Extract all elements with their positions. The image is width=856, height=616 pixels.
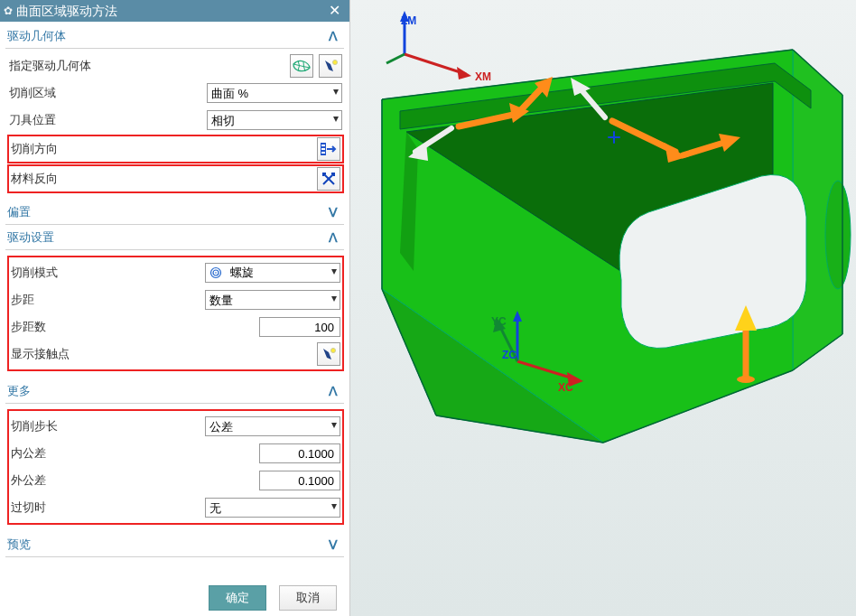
yc-axis-label: YC bbox=[491, 315, 507, 328]
zm-axis-label: ZM bbox=[401, 14, 416, 27]
specify-drive-geom-label: 指定驱动几何体 bbox=[9, 58, 190, 74]
section-more-header[interactable]: 更多 ᐱ bbox=[5, 378, 344, 404]
tool-position-label: 刀具位置 bbox=[9, 112, 190, 128]
svg-point-8 bbox=[331, 349, 336, 353]
zc-axis-label: ZC bbox=[502, 349, 516, 361]
expand-icon: ᐯ bbox=[326, 532, 340, 557]
dialog-footer: 确定 取消 bbox=[0, 578, 349, 616]
svg-rect-3 bbox=[321, 148, 325, 150]
section-more-label: 更多 bbox=[7, 378, 31, 404]
cut-direction-highlight: 切削方向 bbox=[7, 135, 344, 163]
collapse-icon: ᐱ bbox=[326, 23, 340, 49]
outer-tolerance-input[interactable] bbox=[259, 471, 340, 490]
cut-step-label: 切削步长 bbox=[11, 418, 188, 434]
xc-axis-label: XC bbox=[558, 381, 573, 394]
section-offset-label: 偏置 bbox=[7, 200, 31, 225]
section-drive-settings-content: 切削模式 螺旋 步距 数量 bbox=[5, 250, 344, 378]
dialog-panel: ✿ 曲面区域驱动方法 ✕ 驱动几何体 ᐱ 指定驱动几何体 bbox=[0, 0, 350, 616]
collapse-icon: ᐱ bbox=[326, 225, 340, 250]
csys-top-icon bbox=[386, 11, 471, 79]
svg-rect-2 bbox=[321, 145, 325, 146]
cut-region-select[interactable]: 曲面 % bbox=[207, 83, 342, 103]
close-icon[interactable]: ✕ bbox=[325, 0, 344, 22]
overcut-select[interactable]: 无 bbox=[205, 498, 340, 518]
material-reverse-label: 材料反向 bbox=[11, 171, 191, 187]
cut-mode-select[interactable]: 螺旋 bbox=[205, 263, 340, 283]
section-drive-geometry-header[interactable]: 驱动几何体 ᐱ bbox=[5, 23, 344, 49]
section-drive-settings-header[interactable]: 驱动设置 ᐱ bbox=[5, 225, 344, 250]
show-contact-label: 显示接触点 bbox=[11, 346, 188, 362]
section-preview-label: 预览 bbox=[7, 532, 31, 557]
xm-axis-label: XM bbox=[475, 70, 491, 83]
ok-button[interactable]: 确定 bbox=[209, 585, 266, 611]
more-settings-highlight: 切削步长 公差 内公差 外公差 过切时 无 bbox=[7, 409, 344, 525]
inner-tolerance-input[interactable] bbox=[259, 443, 340, 463]
cut-direction-button[interactable] bbox=[317, 137, 340, 161]
material-reverse-highlight: 材料反向 bbox=[7, 164, 344, 193]
section-drive-geometry-content: 指定驱动几何体 切削区域 曲面 % 刀具位置 bbox=[5, 49, 344, 200]
gear-icon: ✿ bbox=[4, 0, 13, 22]
svg-point-39 bbox=[737, 376, 755, 383]
step-select[interactable]: 数量 bbox=[205, 290, 340, 310]
cut-region-label: 切削区域 bbox=[9, 85, 190, 101]
svg-point-0 bbox=[333, 61, 338, 65]
section-offset-header[interactable]: 偏置 ᐯ bbox=[5, 200, 344, 225]
drive-settings-highlight: 切削模式 螺旋 步距 数量 bbox=[7, 256, 344, 371]
section-drive-settings-label: 驱动设置 bbox=[7, 225, 54, 250]
cut-mode-label: 切削模式 bbox=[11, 265, 188, 281]
cut-step-select[interactable]: 公差 bbox=[205, 416, 340, 436]
select-surface-button[interactable] bbox=[290, 54, 313, 78]
dialog-titlebar: ✿ 曲面区域驱动方法 ✕ bbox=[0, 0, 349, 22]
cancel-button[interactable]: 取消 bbox=[279, 585, 337, 611]
step-label: 步距 bbox=[11, 292, 188, 308]
step-number-input[interactable] bbox=[259, 317, 340, 337]
tool-position-select[interactable]: 相切 bbox=[207, 110, 342, 130]
svg-marker-12 bbox=[457, 67, 471, 79]
section-more-content: 切削步长 公差 内公差 外公差 过切时 无 bbox=[5, 404, 344, 532]
model-body bbox=[382, 50, 851, 443]
show-contact-button[interactable] bbox=[317, 342, 340, 366]
svg-rect-4 bbox=[321, 152, 325, 154]
step-number-label: 步距数 bbox=[11, 319, 188, 335]
inner-tolerance-label: 内公差 bbox=[11, 445, 188, 462]
svg-point-20 bbox=[825, 181, 851, 289]
material-reverse-button[interactable] bbox=[317, 167, 340, 191]
section-drive-geometry-label: 驱动几何体 bbox=[7, 23, 66, 49]
highlight-button[interactable] bbox=[319, 54, 342, 78]
model-viewport[interactable]: ZM XM YC ZC XC bbox=[350, 0, 856, 616]
section-preview-header[interactable]: 预览 ᐯ bbox=[5, 532, 344, 557]
cut-direction-label: 切削方向 bbox=[11, 141, 191, 157]
collapse-icon: ᐱ bbox=[326, 378, 340, 404]
svg-line-13 bbox=[386, 54, 405, 63]
dialog-title: 曲面区域驱动方法 bbox=[16, 0, 325, 22]
svg-line-11 bbox=[405, 54, 466, 74]
overcut-label: 过切时 bbox=[11, 499, 188, 516]
dialog-body: 驱动几何体 ᐱ 指定驱动几何体 切削区域 曲面 % bbox=[0, 22, 349, 578]
outer-tolerance-label: 外公差 bbox=[11, 472, 188, 489]
expand-icon: ᐯ bbox=[326, 200, 340, 225]
